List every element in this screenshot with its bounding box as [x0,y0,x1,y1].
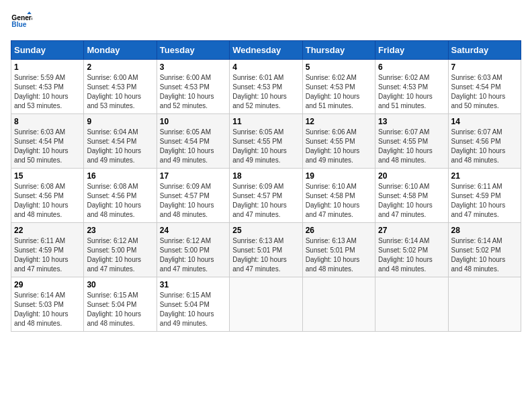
day-number: 28 [451,226,518,235]
calendar-cell: 26Sunrise: 6:13 AM Sunset: 5:01 PM Dayli… [302,223,375,277]
calendar-cell: 19Sunrise: 6:10 AM Sunset: 4:58 PM Dayli… [302,169,375,223]
day-info: Sunrise: 6:09 AM Sunset: 4:57 PM Dayligh… [160,182,226,220]
svg-text:Blue: Blue [11,21,26,28]
calendar-cell [302,277,375,332]
day-number: 23 [87,226,153,235]
day-info: Sunrise: 6:03 AM Sunset: 4:54 PM Dayligh… [451,73,518,111]
day-info: Sunrise: 6:13 AM Sunset: 5:01 PM Dayligh… [232,236,299,274]
calendar-cell: 22Sunrise: 6:11 AM Sunset: 4:59 PM Dayli… [11,223,84,277]
calendar-cell: 30Sunrise: 6:15 AM Sunset: 5:04 PM Dayli… [84,277,157,332]
calendar-cell: 21Sunrise: 6:11 AM Sunset: 4:59 PM Dayli… [448,169,521,223]
day-number: 11 [232,117,299,126]
day-info: Sunrise: 6:03 AM Sunset: 4:54 PM Dayligh… [14,128,81,165]
day-info: Sunrise: 6:08 AM Sunset: 4:56 PM Dayligh… [14,182,81,220]
day-number: 16 [87,171,153,181]
day-info: Sunrise: 6:09 AM Sunset: 4:57 PM Dayligh… [232,182,299,220]
day-info: Sunrise: 6:12 AM Sunset: 5:00 PM Dayligh… [160,236,226,274]
day-number: 10 [160,117,226,126]
calendar-cell: 2Sunrise: 6:00 AM Sunset: 4:53 PM Daylig… [84,60,157,114]
logo-icon: General Blue [11,11,32,32]
day-info: Sunrise: 6:15 AM Sunset: 5:04 PM Dayligh… [160,291,226,328]
calendar-header-day: Friday [375,41,448,60]
calendar-cell: 28Sunrise: 6:14 AM Sunset: 5:02 PM Dayli… [448,223,521,277]
calendar-header-day: Sunday [11,41,84,60]
svg-marker-2 [27,11,31,14]
day-info: Sunrise: 6:02 AM Sunset: 4:53 PM Dayligh… [306,73,372,111]
day-number: 9 [87,117,153,126]
calendar-cell: 18Sunrise: 6:09 AM Sunset: 4:57 PM Dayli… [230,169,302,223]
day-info: Sunrise: 6:08 AM Sunset: 4:56 PM Dayligh… [87,182,153,220]
day-info: Sunrise: 6:11 AM Sunset: 4:59 PM Dayligh… [14,236,81,274]
calendar-cell: 13Sunrise: 6:07 AM Sunset: 4:55 PM Dayli… [375,114,448,169]
calendar-table: SundayMondayTuesdayWednesdayThursdayFrid… [11,40,521,332]
day-info: Sunrise: 6:14 AM Sunset: 5:02 PM Dayligh… [378,236,445,274]
day-number: 22 [14,226,81,235]
calendar-cell [375,277,448,332]
calendar-cell: 11Sunrise: 6:05 AM Sunset: 4:55 PM Dayli… [230,114,302,169]
calendar-cell: 20Sunrise: 6:10 AM Sunset: 4:58 PM Dayli… [375,169,448,223]
day-info: Sunrise: 6:05 AM Sunset: 4:54 PM Dayligh… [160,128,226,165]
day-number: 15 [14,171,81,181]
day-info: Sunrise: 6:07 AM Sunset: 4:56 PM Dayligh… [451,128,518,165]
calendar-week-row: 29Sunrise: 6:14 AM Sunset: 5:03 PM Dayli… [11,277,521,332]
day-number: 1 [14,62,81,72]
calendar-cell [448,277,521,332]
day-number: 25 [232,226,299,235]
calendar-header-day: Thursday [302,41,375,60]
calendar-cell: 17Sunrise: 6:09 AM Sunset: 4:57 PM Dayli… [157,169,229,223]
day-number: 30 [87,280,153,289]
calendar-week-row: 15Sunrise: 6:08 AM Sunset: 4:56 PM Dayli… [11,169,521,223]
calendar-week-row: 8Sunrise: 6:03 AM Sunset: 4:54 PM Daylig… [11,114,521,169]
calendar-cell: 5Sunrise: 6:02 AM Sunset: 4:53 PM Daylig… [302,60,375,114]
day-info: Sunrise: 6:14 AM Sunset: 5:03 PM Dayligh… [14,291,81,328]
day-info: Sunrise: 6:11 AM Sunset: 4:59 PM Dayligh… [451,182,518,220]
logo: General Blue [11,11,32,32]
calendar-cell: 7Sunrise: 6:03 AM Sunset: 4:54 PM Daylig… [448,60,521,114]
day-number: 26 [306,226,372,235]
day-info: Sunrise: 6:02 AM Sunset: 4:53 PM Dayligh… [378,73,445,111]
calendar-cell: 8Sunrise: 6:03 AM Sunset: 4:54 PM Daylig… [11,114,84,169]
day-info: Sunrise: 6:01 AM Sunset: 4:53 PM Dayligh… [232,73,299,111]
calendar-cell: 14Sunrise: 6:07 AM Sunset: 4:56 PM Dayli… [448,114,521,169]
day-number: 29 [14,280,81,289]
calendar-cell: 16Sunrise: 6:08 AM Sunset: 4:56 PM Dayli… [84,169,157,223]
day-number: 12 [306,117,372,126]
calendar-cell: 3Sunrise: 6:00 AM Sunset: 4:53 PM Daylig… [157,60,229,114]
calendar-cell: 23Sunrise: 6:12 AM Sunset: 5:00 PM Dayli… [84,223,157,277]
day-info: Sunrise: 6:12 AM Sunset: 5:00 PM Dayligh… [87,236,153,274]
day-info: Sunrise: 6:10 AM Sunset: 4:58 PM Dayligh… [378,182,445,220]
calendar-cell: 15Sunrise: 6:08 AM Sunset: 4:56 PM Dayli… [11,169,84,223]
calendar-cell: 1Sunrise: 5:59 AM Sunset: 4:53 PM Daylig… [11,60,84,114]
day-number: 13 [378,117,445,126]
calendar-header-day: Saturday [448,41,521,60]
calendar-cell: 4Sunrise: 6:01 AM Sunset: 4:53 PM Daylig… [230,60,302,114]
day-number: 6 [378,62,445,72]
day-info: Sunrise: 6:05 AM Sunset: 4:55 PM Dayligh… [232,128,299,165]
day-number: 24 [160,226,226,235]
day-number: 8 [14,117,81,126]
calendar-header-day: Wednesday [230,41,302,60]
day-number: 14 [451,117,518,126]
day-info: Sunrise: 6:13 AM Sunset: 5:01 PM Dayligh… [306,236,372,274]
calendar-header-row: SundayMondayTuesdayWednesdayThursdayFrid… [11,41,521,60]
calendar-cell: 6Sunrise: 6:02 AM Sunset: 4:53 PM Daylig… [375,60,448,114]
day-number: 2 [87,62,153,72]
day-info: Sunrise: 6:14 AM Sunset: 5:02 PM Dayligh… [451,236,518,274]
day-number: 4 [232,62,299,72]
day-info: Sunrise: 6:15 AM Sunset: 5:04 PM Dayligh… [87,291,153,328]
calendar-cell: 31Sunrise: 6:15 AM Sunset: 5:04 PM Dayli… [157,277,229,332]
svg-text:General: General [11,14,32,21]
day-number: 3 [160,62,226,72]
page-header: General Blue [11,11,521,32]
day-number: 18 [232,171,299,181]
calendar-cell: 10Sunrise: 6:05 AM Sunset: 4:54 PM Dayli… [157,114,229,169]
calendar-cell: 29Sunrise: 6:14 AM Sunset: 5:03 PM Dayli… [11,277,84,332]
calendar-cell: 25Sunrise: 6:13 AM Sunset: 5:01 PM Dayli… [230,223,302,277]
calendar-header-day: Tuesday [157,41,229,60]
day-info: Sunrise: 6:04 AM Sunset: 4:54 PM Dayligh… [87,128,153,165]
calendar-cell: 24Sunrise: 6:12 AM Sunset: 5:00 PM Dayli… [157,223,229,277]
day-number: 21 [451,171,518,181]
calendar-week-row: 1Sunrise: 5:59 AM Sunset: 4:53 PM Daylig… [11,60,521,114]
day-info: Sunrise: 6:06 AM Sunset: 4:55 PM Dayligh… [306,128,372,165]
day-number: 5 [306,62,372,72]
